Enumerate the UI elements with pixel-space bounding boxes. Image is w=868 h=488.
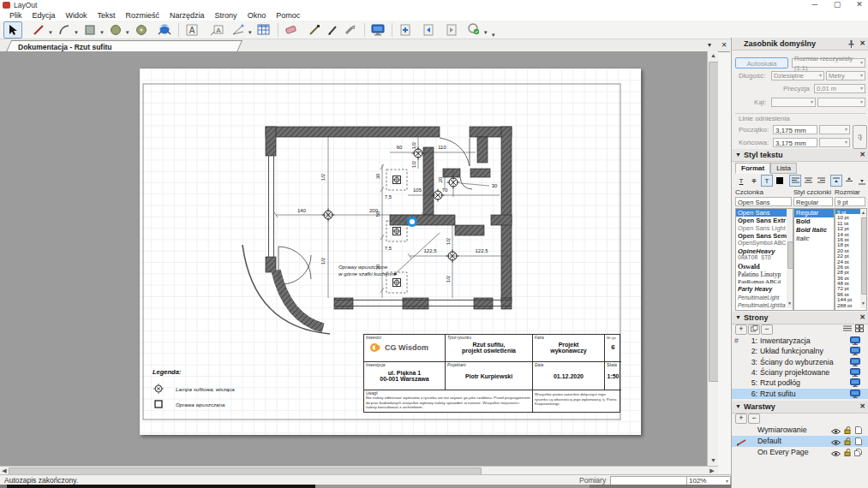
text-tool-icon[interactable]: A [183, 22, 201, 38]
dimension-tool-dropdown-icon[interactable]: ▼ [248, 30, 253, 35]
polygon-tool-icon[interactable] [133, 22, 150, 38]
delete-page-icon[interactable]: − [761, 324, 773, 335]
color-swatch-icon[interactable] [774, 175, 786, 187]
font-list-item[interactable]: PenultimateLight [736, 295, 787, 302]
style-list-item[interactable]: Regular [794, 209, 834, 217]
tray-close-icon[interactable]: ✕ [859, 38, 865, 50]
scroll-down-icon[interactable]: ▼ [708, 456, 718, 465]
length-unit-select[interactable]: Metry▾ [826, 71, 865, 80]
font-list-item[interactable]: OpenSymbol ABC [736, 240, 787, 247]
next-page-tool-icon[interactable] [443, 22, 460, 38]
style-list-item[interactable]: Bold [794, 217, 834, 226]
length-format-select[interactable]: Dziesiętne▾ [771, 71, 824, 80]
selection-indicator[interactable] [409, 218, 416, 226]
layer-row[interactable]: On Every Page [732, 447, 868, 458]
page-row[interactable]: # 1: Inwentaryzacja [732, 336, 868, 346]
menu-plik[interactable]: Plik [4, 11, 27, 20]
scroll-up-icon[interactable]: ▲ [860, 209, 866, 216]
menu-edycja[interactable]: Edycja [27, 11, 61, 20]
pen-tool-icon[interactable] [324, 22, 341, 38]
circle-tool-icon[interactable] [107, 22, 124, 38]
select-tool-icon[interactable] [3, 21, 22, 39]
size-list-item[interactable]: 288 pt [835, 302, 860, 307]
angle-format-select[interactable]: ▾ [771, 98, 816, 107]
tab-lista[interactable]: Lista [770, 163, 797, 174]
document-tab[interactable]: Dokumentacja - Rzut sufitu [6, 40, 242, 52]
font-list-item[interactable]: Palatino Linotyp [736, 271, 787, 278]
text-style-header[interactable]: ▼ Styl tekstu ✕ [732, 149, 868, 162]
page-row-selected[interactable]: 6: Rzut sufitu [732, 389, 868, 399]
menu-okno[interactable]: Okno [242, 11, 272, 20]
font-style-input[interactable]: Regular [793, 197, 833, 206]
presentation-tool-icon[interactable] [369, 22, 386, 38]
text-style-close-icon[interactable]: ✕ [859, 149, 865, 161]
page-row[interactable]: 4: Ściany projektowane [732, 367, 868, 378]
duplicate-page-icon[interactable] [748, 324, 760, 335]
rectangle-tool-dropdown-icon[interactable]: ▼ [99, 30, 105, 35]
shared-pages-icon[interactable] [854, 449, 863, 460]
font-list-item[interactable]: Open Sans Light [736, 224, 787, 232]
page-row[interactable]: 2: Układ funkcjonalny [732, 346, 868, 356]
align-center-icon[interactable] [802, 175, 814, 187]
swap-endpoints-button[interactable]: ⁞} [853, 125, 867, 149]
font-input[interactable]: Open Sans [735, 197, 792, 206]
grid-view-icon[interactable] [855, 324, 865, 333]
menu-widok[interactable]: Widok [61, 11, 93, 20]
font-list-item[interactable]: Oswald [736, 263, 787, 271]
add-page-icon[interactable]: + [735, 324, 747, 335]
font-list-item[interactable]: PanRoman ABCd [736, 278, 787, 286]
precision-select[interactable]: 0,01 m▾ [814, 84, 865, 93]
style-list-item[interactable]: Italic [794, 235, 834, 243]
tray-header[interactable]: Zasobnik domyślny ✕ [732, 38, 868, 51]
monitor-icon[interactable] [850, 390, 860, 401]
menu-strony[interactable]: Strony [210, 11, 242, 20]
sync-tool-dropdown-icon[interactable]: ▼ [483, 30, 488, 35]
size-list-scrollbar[interactable]: ▲ ▼ [860, 209, 866, 308]
sync-tool-icon[interactable] [465, 22, 482, 38]
marker-tool-icon[interactable] [342, 22, 359, 38]
arc-tool-icon[interactable] [56, 22, 73, 38]
font-list[interactable]: Open Sans Open Sans Extr Open Sans Light… [735, 208, 793, 311]
previous-page-tool-icon[interactable] [420, 22, 437, 38]
canvas-vscrollbar[interactable]: ▲ ▼ [707, 51, 718, 466]
delete-layer-icon[interactable]: − [748, 414, 760, 424]
circle-tool-dropdown-icon[interactable]: ▼ [125, 30, 130, 35]
align-right-icon[interactable] [815, 175, 827, 187]
collapse-icon[interactable]: ▼ [735, 312, 741, 324]
sketchup-model-tool-icon[interactable] [156, 22, 173, 38]
eraser-tool-icon[interactable] [283, 22, 300, 38]
anchor-middle-icon[interactable] [843, 175, 855, 187]
dimension-tool-icon[interactable] [230, 22, 247, 38]
line-tool-dropdown-icon[interactable]: ▼ [48, 30, 53, 35]
menu-pomoc[interactable]: Pomoc [271, 11, 305, 20]
layer-row-current[interactable]: Default [732, 436, 868, 447]
start-style-select[interactable]: ▾ [819, 125, 850, 134]
underline-icon[interactable]: T [735, 175, 747, 187]
scale-select[interactable]: Rozmiar rzeczywisty (1:1)▾ [792, 58, 865, 68]
list-view-icon[interactable] [843, 324, 853, 333]
angle-precision-select[interactable]: ▾ [817, 98, 865, 107]
visibility-eye-icon[interactable] [831, 449, 841, 461]
menu-rozmiesc[interactable]: Rozmieść [121, 11, 165, 20]
scroll-down-icon[interactable]: ▼ [860, 300, 866, 306]
font-list-item[interactable]: Open Sans [736, 209, 787, 217]
scroll-down-icon[interactable]: ▼ [787, 300, 793, 306]
tab-list-dropdown-icon[interactable]: ▾ [704, 41, 715, 49]
page-row[interactable]: 5: Rzut podłóg [732, 378, 868, 388]
label-tool-icon[interactable]: A [208, 22, 225, 38]
unlock-icon[interactable] [844, 449, 852, 460]
rectangle-tool-icon[interactable] [81, 22, 99, 38]
start-length-input[interactable]: 3,175 mm [773, 125, 817, 134]
tab-close-icon[interactable]: ✕ [719, 41, 729, 49]
align-left-icon[interactable] [789, 175, 801, 187]
font-list-item[interactable]: OpineHeavy [736, 247, 787, 255]
add-page-tool-icon[interactable] [397, 22, 414, 38]
pages-header[interactable]: ▼ Strony ✕ [732, 312, 868, 324]
end-style-select[interactable]: ▾ [819, 138, 850, 147]
style-tool-icon[interactable] [306, 22, 323, 38]
font-list-item[interactable]: PenultimateLightIta [736, 302, 787, 310]
table-tool-icon[interactable] [255, 22, 272, 38]
font-size-input[interactable]: 9 pt [835, 197, 865, 206]
maximize-icon[interactable]: ▢ [826, 0, 848, 9]
anchor-top-icon[interactable] [830, 175, 842, 187]
